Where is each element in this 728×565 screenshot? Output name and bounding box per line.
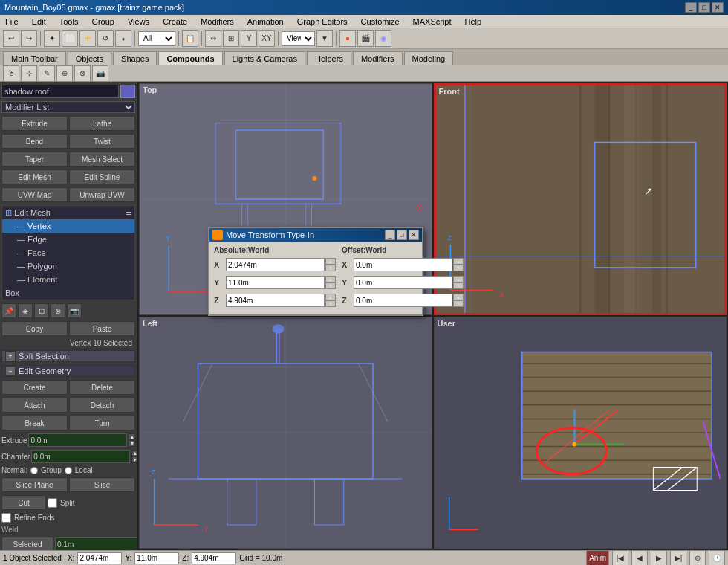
chamfer-spinner-input[interactable] [31, 450, 130, 463]
edit-geometry-header[interactable]: − Edit Geometry [1, 365, 135, 377]
stack-vertex[interactable]: — Vertex [2, 219, 134, 233]
taper-button[interactable]: Taper [1, 152, 68, 167]
dialog-close-button[interactable]: ✕ [409, 230, 419, 240]
dialog-minimize-button[interactable]: _ [385, 230, 395, 240]
subtb-btn2[interactable]: ⊹ [21, 65, 37, 82]
twist-button[interactable]: Twist [69, 134, 135, 149]
subtb-btn6[interactable]: 📷 [92, 65, 108, 82]
subtb-btn5[interactable]: ⊗ [74, 65, 91, 82]
x-coord-input[interactable] [77, 552, 122, 564]
rotate-button[interactable]: ↺ [97, 30, 114, 47]
dialog-x-off-input[interactable] [354, 258, 452, 271]
view-options-button[interactable]: ▼ [316, 30, 333, 47]
material-editor-button[interactable]: ◉ [375, 30, 391, 47]
uvw-map-button[interactable]: UVW Map [1, 187, 68, 202]
refine-ends-checkbox[interactable] [1, 513, 11, 523]
make-unique-button[interactable]: ⊡ [34, 303, 49, 318]
dialog-y-off-down[interactable]: ▼ [453, 282, 464, 289]
dialog-x-abs-input[interactable] [226, 258, 325, 271]
dialog-x-off-down[interactable]: ▼ [453, 265, 464, 271]
stack-edit-mesh[interactable]: ⊞ Edit Mesh ☰ [2, 206, 134, 219]
menu-maxscript[interactable]: MAXScript [411, 17, 454, 26]
menu-customize[interactable]: Customize [359, 17, 402, 26]
dialog-z-off-down[interactable]: ▼ [453, 300, 464, 307]
split-checkbox[interactable] [48, 498, 57, 508]
render-button[interactable]: ● [339, 30, 356, 47]
lathe-button[interactable]: Lathe [69, 116, 135, 131]
close-button[interactable]: ✕ [712, 2, 724, 13]
chamfer-up-arrow[interactable]: ▲ [131, 450, 137, 456]
soft-selection-header[interactable]: + Soft Selection [1, 350, 135, 362]
object-name-input[interactable] [1, 85, 119, 98]
extrude-spinner-input[interactable] [28, 433, 127, 447]
edit-mesh-button[interactable]: Edit Mesh [1, 170, 68, 184]
time-prev-button[interactable]: ◀ [631, 550, 648, 566]
scale-button[interactable]: ⬧ [115, 30, 131, 47]
unwrap-uvw-button[interactable]: Unwrap UVW [69, 187, 135, 202]
menu-create[interactable]: Create [160, 17, 189, 26]
tab-main-toolbar[interactable]: Main Toolbar [3, 51, 66, 65]
dialog-z-off-up[interactable]: ▲ [453, 294, 464, 300]
viewport-left[interactable]: Left [139, 317, 432, 549]
weld-spinner-input[interactable] [55, 537, 137, 550]
extrude-up-arrow[interactable]: ▲ [129, 433, 135, 440]
dialog-z-off-input[interactable] [354, 294, 452, 307]
menu-animation[interactable]: Animation [245, 17, 286, 26]
tab-helpers[interactable]: Helpers [307, 51, 351, 65]
turn-button[interactable]: Turn [69, 416, 135, 430]
menu-tools[interactable]: Tools [57, 17, 81, 26]
dialog-z-abs-input[interactable] [226, 294, 325, 307]
anim-button[interactable]: Anim [586, 550, 609, 566]
view-dropdown[interactable]: View [282, 31, 315, 46]
dialog-x-abs-up[interactable]: ▲ [325, 258, 336, 265]
time-play-button[interactable]: ▶ [651, 550, 667, 566]
normal-local-radio[interactable] [65, 467, 72, 474]
copy-button[interactable]: Copy [1, 321, 68, 336]
break-button[interactable]: Break [1, 416, 68, 430]
menu-help[interactable]: Help [463, 17, 484, 26]
dialog-y-abs-input[interactable] [226, 276, 325, 289]
dialog-x-off-up[interactable]: ▲ [453, 258, 464, 265]
render-type-button[interactable]: 🎬 [357, 30, 374, 47]
time-back-button[interactable]: |◀ [612, 550, 628, 566]
menu-modifiers[interactable]: Modifiers [198, 17, 236, 26]
select-object-button[interactable]: ✦ [44, 30, 60, 47]
select-filter-dropdown[interactable]: All [138, 31, 175, 46]
extrude-down-arrow[interactable]: ▼ [129, 440, 135, 447]
slice-button[interactable]: Slice [69, 477, 135, 492]
tab-objects[interactable]: Objects [68, 51, 111, 65]
attach-button[interactable]: Attach [1, 398, 68, 413]
bend-button[interactable]: Bend [1, 134, 68, 149]
tab-modeling[interactable]: Modeling [404, 51, 454, 65]
menu-views[interactable]: Views [126, 17, 152, 26]
tab-modifiers[interactable]: Modifiers [353, 51, 403, 65]
tab-lights-cameras[interactable]: Lights & Cameras [224, 51, 305, 65]
stack-polygon[interactable]: — Polygon [2, 259, 134, 273]
cut-button[interactable]: Cut [1, 495, 46, 510]
dialog-z-abs-up[interactable]: ▲ [325, 294, 336, 300]
edit-spline-button[interactable]: Edit Spline [69, 170, 135, 184]
mirror-button[interactable]: ⇔ [205, 30, 221, 47]
time-config-button[interactable]: 🕐 [709, 550, 725, 566]
viewport-front[interactable]: Front [434, 83, 727, 315]
mesh-select-button[interactable]: Mesh Select [69, 152, 135, 167]
z-coord-input[interactable] [192, 552, 236, 564]
normal-group-radio[interactable] [30, 467, 38, 474]
edit-geometry-toggle[interactable]: − [5, 366, 16, 376]
select-region-button[interactable]: ⬜ [62, 30, 78, 47]
tab-compounds[interactable]: Compounds [158, 51, 222, 65]
stack-element[interactable]: — Element [2, 273, 134, 286]
dialog-y-abs-down[interactable]: ▼ [325, 282, 336, 289]
pin-stack-button[interactable]: 📌 [1, 303, 16, 318]
soft-selection-toggle[interactable]: + [5, 351, 16, 361]
subtb-btn4[interactable]: ⊕ [56, 65, 73, 82]
align-button[interactable]: ⊞ [223, 30, 239, 47]
modifier-list-dropdown[interactable]: Modifier List [1, 101, 135, 113]
redo-button[interactable]: ↪ [21, 30, 37, 47]
subtb-btn1[interactable]: 🖱 [3, 65, 19, 82]
create-button[interactable]: Create [1, 380, 68, 395]
dialog-maximize-button[interactable]: □ [397, 230, 407, 240]
delete-button[interactable]: Delete [69, 380, 135, 395]
menu-group[interactable]: Group [89, 17, 117, 26]
slice-plane-button[interactable]: Slice Plane [1, 477, 68, 492]
